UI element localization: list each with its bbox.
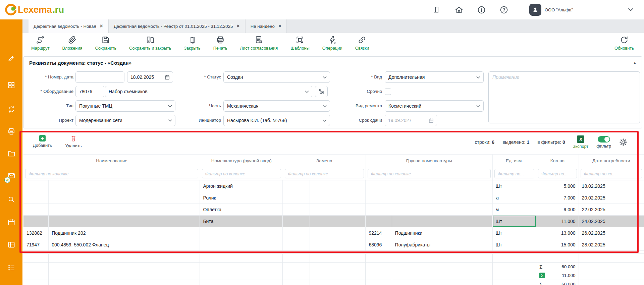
cell-name[interactable] — [49, 204, 200, 215]
tab-0[interactable]: Дефектная ведомость - Новая× — [29, 19, 108, 33]
column-filter-input[interactable] — [538, 169, 577, 178]
table-row[interactable]: 132882Подшипник 20292214ПодшипникиШт13.0… — [23, 227, 644, 239]
status-select[interactable]: Создан — [223, 71, 330, 83]
toolbar-button-route[interactable]: Маршрут — [31, 36, 50, 51]
deadline-date-input[interactable]: 19.09.2027 — [385, 115, 437, 126]
part-select[interactable]: Механическая — [223, 100, 330, 112]
cell-zam_code[interactable] — [283, 239, 310, 250]
cell-nom[interactable]: Оплетка — [200, 204, 283, 215]
cell-code[interactable] — [23, 216, 49, 227]
cell-qty[interactable]: 13.000 — [536, 227, 579, 239]
add-row-button[interactable]: + Добавить — [33, 135, 52, 148]
urgent-checkbox[interactable] — [385, 89, 391, 95]
column-header[interactable]: Наименование — [23, 155, 200, 167]
date-input[interactable]: 18.02.2025 — [127, 71, 173, 83]
table-row[interactable]: 71947000.4859. 550.002 Фланец68096Полуфа… — [23, 239, 644, 251]
column-filter-input[interactable] — [581, 169, 642, 178]
cell-unit[interactable]: Шт — [493, 239, 536, 250]
sidebar-item-board[interactable] — [0, 241, 22, 249]
column-filter-input[interactable] — [285, 169, 364, 178]
grid-settings-button[interactable] — [619, 138, 627, 146]
tab-2[interactable]: Не найдено× — [245, 19, 287, 33]
column-filter-input[interactable] — [25, 169, 198, 178]
note-textarea[interactable] — [488, 71, 640, 123]
cell-zam_name[interactable] — [310, 192, 366, 204]
column-filter-input[interactable] — [368, 169, 491, 178]
cell-grp_name[interactable]: Полуфабрикаты — [392, 239, 493, 250]
account-area[interactable]: ООО "Альфа" — [529, 0, 573, 19]
cell-date[interactable]: 24.02.2025 — [579, 216, 644, 227]
sidebar-item-folder[interactable] — [0, 150, 22, 158]
cell-grp_code[interactable]: 68096 — [366, 239, 392, 250]
info-icon[interactable] — [477, 5, 486, 14]
filter-toggle[interactable]: фильтр — [596, 136, 611, 149]
toolbar-button-operations[interactable]: Операции — [322, 36, 342, 51]
cell-zam_code[interactable] — [283, 216, 310, 227]
toolbar-button-print[interactable]: Печать — [213, 36, 227, 51]
column-filter-input[interactable] — [494, 169, 534, 178]
repair-kind-select[interactable]: Косметический — [385, 100, 484, 112]
cell-nom[interactable] — [200, 239, 283, 250]
cell-unit[interactable]: Шт — [493, 216, 536, 227]
toolbar-button-save[interactable]: Сохранить — [95, 36, 117, 51]
cell-zam_code[interactable] — [283, 192, 310, 204]
cell-code[interactable] — [23, 204, 49, 215]
cell-code[interactable] — [23, 192, 49, 204]
cell-zam_code[interactable] — [283, 180, 310, 192]
cell-grp_code[interactable]: 92214 — [366, 227, 392, 239]
cell-grp_name[interactable] — [392, 204, 493, 215]
toolbar-button-refresh[interactable]: Обновить — [614, 36, 634, 51]
cell-date[interactable]: 22.02.2025 — [579, 204, 644, 215]
initiator-select[interactable]: Насырова К.И. (Таб. №768) — [223, 115, 330, 126]
sidebar-item-sync[interactable] — [0, 105, 22, 113]
table-row[interactable]: Оплеткам9.00022.02.2025 — [23, 204, 644, 216]
cell-date[interactable]: 28.02.2025 — [579, 239, 644, 250]
column-filter-input[interactable] — [202, 169, 281, 178]
close-icon[interactable]: × — [236, 23, 239, 29]
cell-name[interactable] — [49, 216, 200, 227]
equipment-tree-button[interactable] — [315, 86, 328, 97]
cell-grp_code[interactable] — [366, 204, 392, 215]
toolbar-button-close-doc[interactable]: Закрыть — [184, 36, 200, 51]
toolbar-button-links[interactable]: Связки — [355, 36, 369, 51]
sidebar-item-calendar[interactable] — [0, 218, 22, 226]
collapse-caret-icon[interactable]: ▲ — [633, 61, 637, 65]
cell-code[interactable]: 71947 — [23, 239, 49, 250]
cell-nom[interactable] — [200, 227, 283, 239]
cell-date[interactable]: 26.02.2025 — [579, 227, 644, 239]
cell-zam_name[interactable] — [310, 216, 366, 227]
cell-grp_name[interactable] — [392, 180, 493, 192]
cell-nom[interactable]: Ролик — [200, 192, 283, 204]
table-row[interactable]: Роликкг7.00020.02.2025 — [23, 192, 644, 204]
sidebar-item-tasks[interactable] — [0, 264, 22, 272]
type-select[interactable]: Покупные ТМЦ — [75, 100, 175, 112]
cell-zam_name[interactable] — [310, 239, 366, 250]
toolbar-button-templates[interactable]: Шаблоны — [290, 36, 310, 51]
cell-name[interactable]: 000.4859. 550.002 Фланец — [49, 239, 200, 250]
cell-date[interactable]: 18.02.2025 — [579, 180, 644, 192]
cell-qty[interactable]: 7.000 — [536, 192, 579, 204]
cell-name[interactable]: Подшипник 202 — [49, 227, 200, 239]
vid-select[interactable]: Дополнительная — [385, 71, 484, 83]
cell-grp_name[interactable]: Подшипники — [392, 227, 493, 239]
export-excel-button[interactable]: X экспорт — [573, 135, 588, 149]
sidebar-item-printer[interactable] — [0, 127, 22, 135]
cell-grp_name[interactable] — [392, 216, 493, 227]
cell-nom[interactable]: Аргон жидкий — [200, 180, 283, 192]
logo[interactable]: Lexema.ru — [5, 3, 64, 16]
cell-code[interactable] — [23, 180, 49, 192]
avatar[interactable] — [529, 4, 541, 16]
cell-grp_name[interactable] — [392, 192, 493, 204]
cell-unit[interactable]: м — [493, 204, 536, 215]
cell-name[interactable] — [49, 180, 200, 192]
equipment-select[interactable]: Набор съемников — [105, 86, 312, 97]
cell-unit[interactable]: Шт — [493, 180, 536, 192]
column-header[interactable]: Группа номенклатуры — [366, 155, 493, 167]
cell-zam_name[interactable] — [310, 204, 366, 215]
toolbar-button-approval-sheet[interactable]: Лист согласования — [240, 36, 278, 51]
cell-qty[interactable]: 15.000 — [536, 239, 579, 250]
help-icon[interactable] — [499, 5, 508, 14]
cell-zam_code[interactable] — [283, 204, 310, 215]
column-header[interactable]: Ед. изм. — [493, 155, 536, 167]
toolbar-button-save-close[interactable]: Сохранить и закрыть — [129, 36, 171, 51]
